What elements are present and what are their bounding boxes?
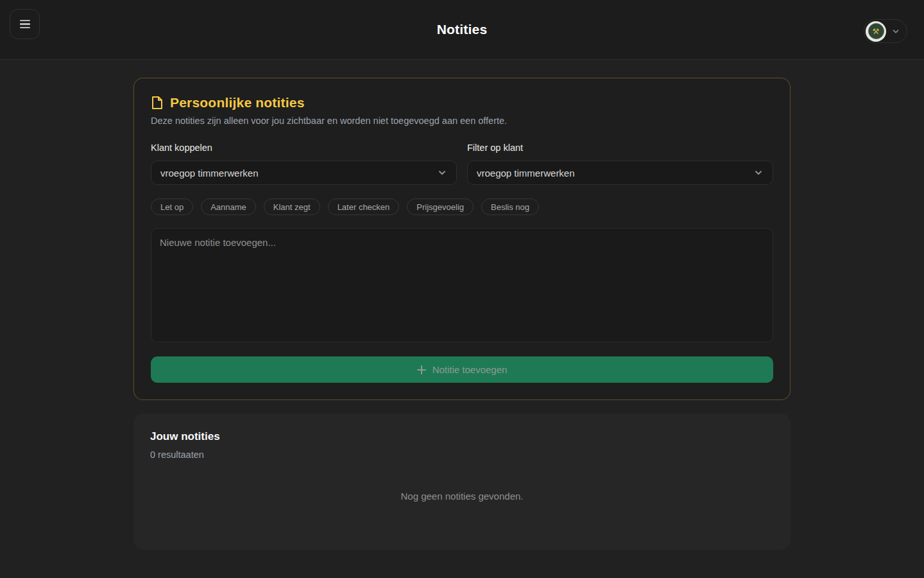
klant-koppelen-value: vroegop timmerwerken xyxy=(160,168,437,179)
chevron-down-icon xyxy=(753,168,764,178)
tag-chip[interactable]: Beslis nog xyxy=(481,198,539,215)
personal-notes-title: Persoonlijke notities xyxy=(170,95,305,110)
add-note-button[interactable]: Notitie toevoegen xyxy=(151,356,773,383)
filter-op-klant-select[interactable]: vroegop timmerwerken xyxy=(467,161,773,185)
menu-button[interactable] xyxy=(10,9,40,39)
chevron-down-icon xyxy=(891,27,900,36)
filter-op-klant-label: Filter op klant xyxy=(467,143,773,153)
filter-op-klant-value: vroegop timmerwerken xyxy=(477,168,753,179)
klant-koppelen-field: Klant koppelen vroegop timmerwerken xyxy=(151,143,457,185)
new-note-input[interactable] xyxy=(151,228,773,342)
your-notes-title: Jouw notities xyxy=(150,430,774,443)
company-logo-icon: ⚒ xyxy=(868,23,884,39)
main-content: Persoonlijke notities Deze notities zijn… xyxy=(133,78,791,550)
your-notes-card: Jouw notities 0 resultaaten Nog geen not… xyxy=(133,414,791,550)
personal-notes-subtitle: Deze notities zijn alleen voor jou zicht… xyxy=(151,116,773,126)
klant-koppelen-select[interactable]: vroegop timmerwerken xyxy=(151,161,457,185)
tag-chip[interactable]: Prijsgevoelig xyxy=(407,198,474,215)
add-note-button-label: Notitie toevoegen xyxy=(432,364,508,375)
plus-icon xyxy=(417,365,426,374)
select-row: Klant koppelen vroegop timmerwerken Filt… xyxy=(151,143,773,185)
empty-state-message: Nog geen notities gevonden. xyxy=(150,491,774,502)
account-menu[interactable]: ⚒ xyxy=(864,19,907,43)
hamburger-icon xyxy=(20,20,30,29)
personal-notes-card: Persoonlijke notities Deze notities zijn… xyxy=(133,78,791,400)
personal-notes-header: Persoonlijke notities xyxy=(151,95,773,110)
tag-chip[interactable]: Let op xyxy=(151,198,193,215)
top-bar: Notities ⚒ xyxy=(0,0,924,60)
chevron-down-icon xyxy=(437,168,447,178)
klant-koppelen-label: Klant koppelen xyxy=(151,143,457,153)
tag-chip[interactable]: Klant zegt xyxy=(264,198,320,215)
tag-chip[interactable]: Later checken xyxy=(328,198,400,215)
document-icon xyxy=(151,96,164,110)
your-notes-count: 0 resultaaten xyxy=(150,450,774,460)
avatar: ⚒ xyxy=(866,21,886,42)
tag-chip-row: Let opAannameKlant zegtLater checkenPrij… xyxy=(151,198,773,215)
filter-op-klant-field: Filter op klant vroegop timmerwerken xyxy=(467,143,773,185)
tag-chip[interactable]: Aanname xyxy=(201,198,256,215)
page-title: Notities xyxy=(0,22,924,37)
